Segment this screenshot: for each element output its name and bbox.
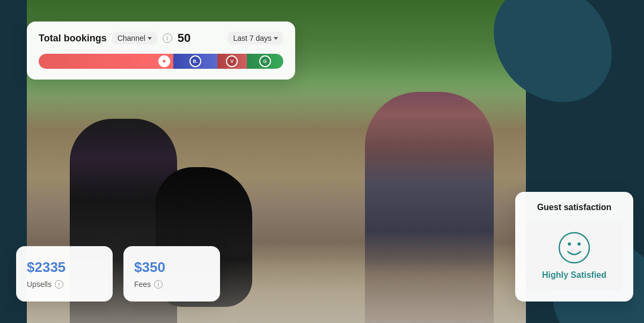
vrbo-icon: V bbox=[230, 59, 233, 64]
google-icon: G bbox=[263, 59, 267, 64]
channel-progress-bar: ✦ B. V G bbox=[39, 54, 283, 69]
fees-label-row: Fees i bbox=[134, 280, 209, 289]
channel-label: Channel bbox=[118, 34, 145, 42]
chevron-down-icon bbox=[148, 37, 152, 40]
svg-point-0 bbox=[559, 233, 589, 263]
booking-icon: B. bbox=[193, 59, 197, 64]
bookings-header: Total bookings Channel i 50 Last 7 days bbox=[39, 31, 283, 45]
bar-airbnb: ✦ bbox=[39, 54, 173, 69]
days-chevron-icon bbox=[274, 37, 278, 40]
smiley-icon bbox=[558, 232, 590, 264]
svg-point-1 bbox=[568, 242, 571, 246]
bookings-title: Total bookings bbox=[39, 33, 107, 44]
channel-dropdown[interactable]: Channel bbox=[112, 32, 157, 45]
fees-label: Fees bbox=[134, 280, 151, 289]
satisfaction-title: Guest satisfaction bbox=[526, 203, 623, 212]
upsells-label: Upsells bbox=[27, 280, 52, 289]
upsells-info-icon[interactable]: i bbox=[55, 280, 63, 289]
guest-satisfaction-card: Guest satisfaction Highly Satisfied bbox=[515, 192, 633, 302]
bar-vrbo: V bbox=[217, 54, 247, 69]
days-label: Last 7 days bbox=[233, 34, 272, 42]
days-dropdown[interactable]: Last 7 days bbox=[228, 32, 283, 45]
fees-info-icon[interactable]: i bbox=[154, 280, 163, 289]
info-icon-bookings[interactable]: i bbox=[163, 33, 172, 43]
satisfaction-inner: Highly Satisfied bbox=[526, 221, 623, 291]
upsells-label-row: Upsells i bbox=[27, 280, 102, 289]
svg-point-2 bbox=[577, 242, 581, 246]
bar-google: G bbox=[247, 54, 283, 69]
fees-amount: $350 bbox=[134, 259, 209, 276]
booking-count: 50 bbox=[178, 31, 191, 45]
total-bookings-card: Total bookings Channel i 50 Last 7 days … bbox=[27, 21, 295, 80]
fees-card: $350 Fees i bbox=[123, 246, 220, 302]
upsells-card: $2335 Upsells i bbox=[16, 246, 113, 302]
satisfaction-status: Highly Satisfied bbox=[542, 270, 606, 280]
bar-booking: B. bbox=[173, 54, 217, 69]
upsells-amount: $2335 bbox=[27, 259, 102, 276]
airbnb-icon: ✦ bbox=[162, 58, 166, 65]
